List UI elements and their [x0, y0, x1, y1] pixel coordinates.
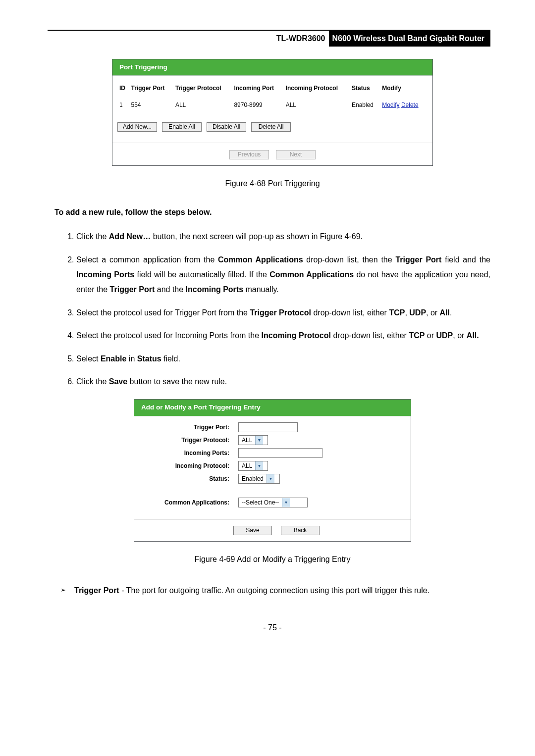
col-incoming-protocol: Incoming Protocol — [284, 82, 350, 99]
chevron-down-icon: ▾ — [255, 436, 263, 445]
incoming-protocol-select[interactable]: ALL ▾ — [238, 461, 268, 471]
table-row: 1 554 ALL 8970-8999 ALL Enabled Modify D… — [117, 99, 428, 111]
chevron-down-icon: ▾ — [255, 461, 263, 470]
trigger-protocol-select[interactable]: ALL ▾ — [238, 435, 268, 445]
cell-iport: 8970-8999 — [232, 99, 283, 111]
cell-tproto: ALL — [173, 99, 232, 111]
cell-tport: 554 — [129, 99, 173, 111]
notes-list: Trigger Port - The port for outgoing tra… — [54, 579, 490, 598]
common-apps-select[interactable]: --Select One-- ▾ — [238, 498, 308, 507]
add-new-button[interactable]: Add New... — [117, 122, 157, 132]
common-apps-value: --Select One-- — [239, 498, 282, 507]
trigger-port-input[interactable] — [238, 422, 298, 432]
delete-all-button[interactable]: Delete All — [251, 122, 291, 132]
col-incoming-port: Incoming Port — [232, 82, 283, 99]
step-1: Click the Add New… button, the next scre… — [76, 225, 490, 248]
cell-modify-links: Modify Delete — [380, 99, 428, 111]
add-modify-panel: Add or Modify a Port Triggering Entry Tr… — [134, 399, 411, 541]
chevron-down-icon: ▾ — [267, 474, 274, 483]
figure-caption-69: Figure 4-69 Add or Modify a Triggering E… — [54, 547, 490, 579]
previous-button[interactable]: Previous — [229, 150, 269, 159]
step-3: Select the protocol used for Trigger Por… — [76, 302, 490, 324]
label-trigger-protocol: Trigger Protocol: — [139, 436, 238, 445]
back-button[interactable]: Back — [281, 526, 320, 535]
label-incoming-protocol: Incoming Protocol: — [139, 461, 238, 470]
page-header: TL-WDR3600 N600 Wireless Dual Band Gigab… — [48, 30, 490, 47]
label-incoming-ports: Incoming Ports: — [139, 449, 238, 457]
col-trigger-port: Trigger Port — [129, 82, 173, 99]
disable-all-button[interactable]: Disable All — [207, 122, 246, 132]
status-select[interactable]: Enabled ▾ — [238, 474, 280, 484]
cell-status: Enabled — [350, 99, 380, 111]
delete-link[interactable]: Delete — [401, 101, 419, 108]
col-trigger-protocol: Trigger Protocol — [173, 82, 232, 99]
cell-iproto: ALL — [284, 99, 350, 111]
step-4: Select the protocol used for Incoming Po… — [76, 324, 490, 347]
panel-title: Add or Modify a Port Triggering Entry — [134, 400, 411, 416]
port-triggering-panel: Port Triggering ID Trigger Port Trigger … — [112, 59, 433, 166]
chevron-down-icon: ▾ — [282, 498, 290, 507]
col-id: ID — [117, 82, 129, 99]
label-trigger-port: Trigger Port: — [139, 423, 238, 432]
port-triggering-table: ID Trigger Port Trigger Protocol Incomin… — [117, 82, 428, 111]
figure-caption-68: Figure 4-68 Port Triggering — [54, 171, 490, 203]
steps-list: Click the Add New… button, the next scre… — [54, 225, 490, 393]
label-status: Status: — [139, 474, 238, 483]
header-model-desc: N600 Wireless Dual Band Gigabit Router — [329, 31, 490, 47]
incoming-protocol-value: ALL — [239, 461, 255, 470]
modify-link[interactable]: Modify — [382, 101, 399, 108]
col-modify: Modify — [380, 82, 428, 99]
note-trigger-port: Trigger Port - The port for outgoing tra… — [60, 579, 490, 598]
label-common-apps: Common Applications: — [139, 498, 238, 507]
header-model: TL-WDR3600 — [271, 31, 329, 47]
incoming-ports-input[interactable] — [238, 448, 322, 458]
cell-id: 1 — [117, 99, 129, 111]
section-heading: To add a new rule, follow the steps belo… — [54, 203, 490, 225]
panel-title: Port Triggering — [112, 59, 432, 76]
col-status: Status — [350, 82, 380, 99]
status-value: Enabled — [239, 474, 267, 483]
step-6: Click the Save button to save the new ru… — [76, 370, 490, 393]
trigger-protocol-value: ALL — [239, 436, 255, 445]
table-header-row: ID Trigger Port Trigger Protocol Incomin… — [117, 82, 428, 99]
step-2: Select a common application from the Com… — [76, 249, 490, 302]
save-button[interactable]: Save — [233, 526, 272, 535]
step-5: Select Enable in Status field. — [76, 348, 490, 370]
next-button[interactable]: Next — [276, 150, 316, 159]
enable-all-button[interactable]: Enable All — [162, 122, 202, 132]
page-number: - 75 - — [54, 598, 490, 634]
